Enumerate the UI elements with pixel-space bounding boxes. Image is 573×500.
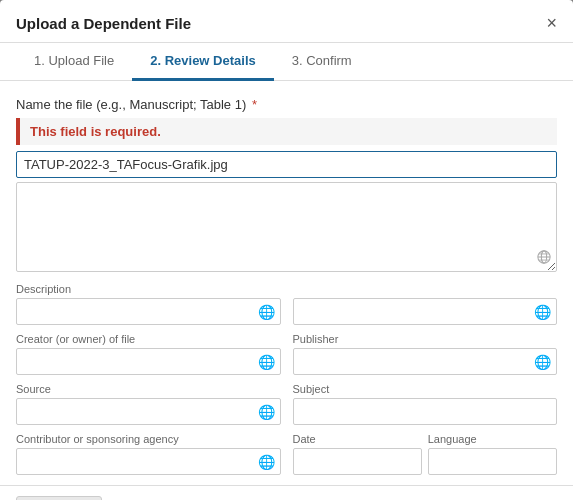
date-language-group: Date Language xyxy=(293,433,558,475)
publisher-label: Publisher xyxy=(293,333,558,345)
empty-group-top: 🌐 xyxy=(293,283,558,325)
creator-input-wrapper: 🌐 xyxy=(16,348,281,375)
creator-label: Creator (or owner) of file xyxy=(16,333,281,345)
empty-input-wrapper-top: 🌐 xyxy=(293,298,558,325)
modal-title: Upload a Dependent File xyxy=(16,15,191,32)
language-group: Language xyxy=(428,433,557,475)
tab-confirm[interactable]: 3. Confirm xyxy=(274,43,370,81)
file-name-wrapper xyxy=(16,151,557,178)
publisher-group: Publisher 🌐 xyxy=(293,333,558,375)
file-name-input[interactable] xyxy=(16,151,557,178)
modal-body: Name the file (e.g., Manuscript; Table 1… xyxy=(0,81,573,485)
continue-button[interactable]: Continue xyxy=(16,496,102,500)
subject-group: Subject xyxy=(293,383,558,425)
modal-footer: Continue Cancel xyxy=(0,485,573,500)
creator-group: Creator (or owner) of file 🌐 xyxy=(16,333,281,375)
subject-input-wrapper xyxy=(293,398,558,425)
source-label: Source xyxy=(16,383,281,395)
description-input-wrapper: 🌐 xyxy=(16,298,281,325)
date-input[interactable] xyxy=(293,448,422,475)
description-group: Description 🌐 xyxy=(16,283,281,325)
required-star: * xyxy=(252,97,257,112)
modal-header: Upload a Dependent File × xyxy=(0,0,573,43)
creator-input[interactable] xyxy=(16,348,281,375)
tab-review[interactable]: 2. Review Details xyxy=(132,43,274,81)
description-input[interactable] xyxy=(16,298,281,325)
source-group: Source 🌐 xyxy=(16,383,281,425)
contributor-input[interactable] xyxy=(16,448,281,475)
publisher-input[interactable] xyxy=(293,348,558,375)
date-label: Date xyxy=(293,433,422,445)
main-textarea[interactable] xyxy=(16,182,557,272)
date-input-wrapper xyxy=(293,448,422,475)
empty-input-top[interactable] xyxy=(293,298,558,325)
language-input[interactable] xyxy=(428,448,557,475)
subject-input[interactable] xyxy=(293,398,558,425)
close-button[interactable]: × xyxy=(546,14,557,32)
source-input[interactable] xyxy=(16,398,281,425)
source-input-wrapper: 🌐 xyxy=(16,398,281,425)
description-textarea-wrapper xyxy=(16,182,557,275)
error-message: This field is required. xyxy=(16,118,557,145)
description-label: Description xyxy=(16,283,281,295)
language-label: Language xyxy=(428,433,557,445)
upload-modal: Upload a Dependent File × 1. Upload File… xyxy=(0,0,573,500)
tab-upload[interactable]: 1. Upload File xyxy=(16,43,132,81)
tab-bar: 1. Upload File 2. Review Details 3. Conf… xyxy=(0,43,573,81)
form-grid: Description 🌐 🌐 Creator (or owner) of fi… xyxy=(16,283,557,475)
language-input-wrapper xyxy=(428,448,557,475)
contributor-group: Contributor or sponsoring agency 🌐 xyxy=(16,433,281,475)
name-field-label: Name the file (e.g., Manuscript; Table 1… xyxy=(16,97,557,112)
subject-label: Subject xyxy=(293,383,558,395)
contributor-input-wrapper: 🌐 xyxy=(16,448,281,475)
contributor-label: Contributor or sponsoring agency xyxy=(16,433,281,445)
publisher-input-wrapper: 🌐 xyxy=(293,348,558,375)
date-group: Date xyxy=(293,433,422,475)
